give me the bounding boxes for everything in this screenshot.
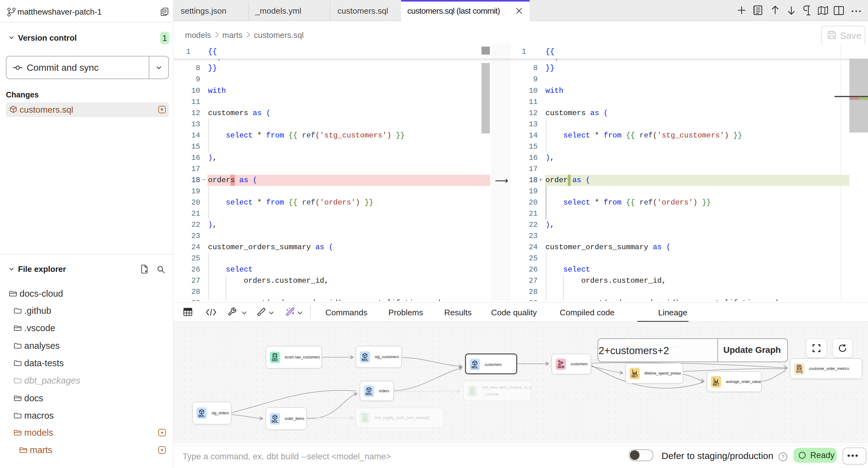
svg-text:?: ?: [781, 454, 784, 460]
